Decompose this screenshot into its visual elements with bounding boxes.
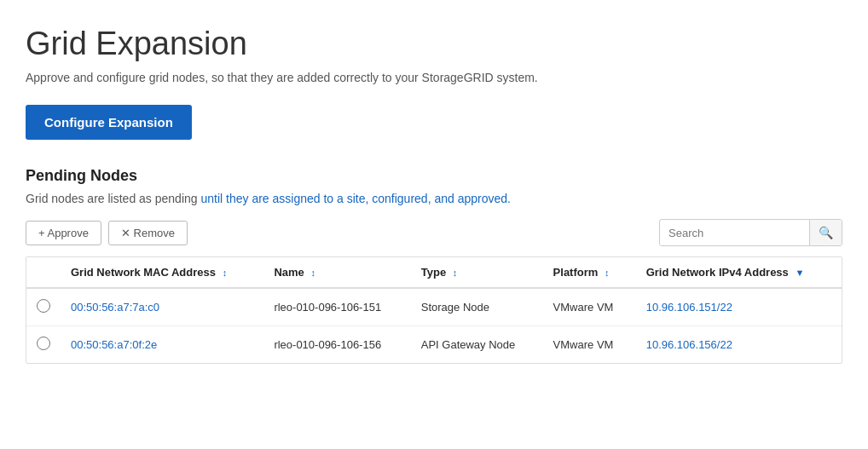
col-type-label: Type bbox=[421, 266, 446, 279]
row-type-cell: Storage Node bbox=[411, 288, 543, 326]
search-icon: 🔍 bbox=[819, 226, 833, 239]
row-ipv4-cell: 10.96.106.151/22 bbox=[636, 288, 842, 326]
col-name-sort-icon[interactable]: ↕ bbox=[310, 268, 315, 278]
col-ipv4-label: Grid Network IPv4 Address bbox=[646, 266, 789, 279]
row-ipv4-link[interactable]: 10.96.106.156/22 bbox=[646, 338, 732, 351]
page-container: Grid Expansion Approve and configure gri… bbox=[0, 0, 868, 389]
row-select-cell bbox=[26, 288, 61, 326]
col-name-label: Name bbox=[274, 266, 304, 279]
table-row: 00:50:56:a7:7a:c0 rleo-010-096-106-151 S… bbox=[26, 288, 842, 326]
col-platform-sort-icon[interactable]: ↕ bbox=[605, 268, 610, 278]
configure-expansion-button[interactable]: Configure Expansion bbox=[26, 105, 192, 140]
table-body: 00:50:56:a7:7a:c0 rleo-010-096-106-151 S… bbox=[26, 288, 842, 363]
col-name-header: Name ↕ bbox=[263, 257, 410, 288]
pending-nodes-table-wrapper: Grid Network MAC Address ↕ Name ↕ Type ↕ bbox=[26, 256, 842, 364]
pending-nodes-section: Pending Nodes Grid nodes are listed as p… bbox=[26, 167, 842, 364]
row-type-cell: API Gateway Node bbox=[411, 326, 543, 364]
col-platform-label: Platform bbox=[553, 266, 599, 279]
search-input[interactable] bbox=[660, 221, 809, 245]
row-mac-link[interactable]: 00:50:56:a7:7a:c0 bbox=[71, 301, 159, 314]
pending-nodes-desc: Grid nodes are listed as pending until t… bbox=[26, 192, 842, 205]
row-platform-cell: VMware VM bbox=[543, 288, 636, 326]
search-button[interactable]: 🔍 bbox=[809, 220, 842, 245]
row-ipv4-link[interactable]: 10.96.106.151/22 bbox=[646, 301, 732, 314]
row-radio-1[interactable] bbox=[37, 337, 50, 350]
table-header-row: Grid Network MAC Address ↕ Name ↕ Type ↕ bbox=[26, 257, 842, 288]
pending-nodes-desc-text: Grid nodes are listed as pending bbox=[26, 192, 200, 205]
col-ipv4-header: Grid Network IPv4 Address ▼ bbox=[636, 257, 842, 288]
remove-button[interactable]: ✕ Remove bbox=[108, 221, 188, 245]
col-mac-label: Grid Network MAC Address bbox=[71, 266, 216, 279]
approve-button[interactable]: + Approve bbox=[26, 221, 101, 245]
row-mac-cell: 00:50:56:a7:7a:c0 bbox=[61, 288, 263, 326]
col-ipv4-sort-icon[interactable]: ▼ bbox=[795, 268, 804, 278]
row-select-cell bbox=[26, 326, 61, 364]
row-name-cell: rleo-010-096-106-156 bbox=[263, 326, 410, 364]
row-radio-0[interactable] bbox=[37, 299, 50, 313]
col-platform-header: Platform ↕ bbox=[543, 257, 636, 288]
toolbar-left: + Approve ✕ Remove bbox=[26, 221, 188, 245]
pending-nodes-title: Pending Nodes bbox=[26, 167, 842, 185]
col-select bbox=[26, 257, 61, 288]
search-container: 🔍 bbox=[659, 219, 842, 246]
row-ipv4-cell: 10.96.106.156/22 bbox=[636, 326, 842, 364]
toolbar: + Approve ✕ Remove 🔍 bbox=[26, 219, 842, 256]
col-mac-header: Grid Network MAC Address ↕ bbox=[61, 257, 263, 288]
row-platform-cell: VMware VM bbox=[543, 326, 636, 364]
col-mac-sort-icon[interactable]: ↕ bbox=[223, 268, 228, 278]
row-mac-link[interactable]: 00:50:56:a7:0f:2e bbox=[71, 338, 157, 351]
col-type-header: Type ↕ bbox=[411, 257, 543, 288]
row-mac-cell: 00:50:56:a7:0f:2e bbox=[61, 326, 263, 364]
row-name-cell: rleo-010-096-106-151 bbox=[263, 288, 410, 326]
page-title: Grid Expansion bbox=[26, 26, 842, 62]
pending-nodes-table: Grid Network MAC Address ↕ Name ↕ Type ↕ bbox=[26, 257, 842, 363]
page-subtitle: Approve and configure grid nodes, so tha… bbox=[26, 71, 842, 84]
pending-nodes-desc-link[interactable]: until they are assigned to a site, confi… bbox=[200, 192, 510, 205]
table-row: 00:50:56:a7:0f:2e rleo-010-096-106-156 A… bbox=[26, 326, 842, 364]
col-type-sort-icon[interactable]: ↕ bbox=[453, 268, 458, 278]
